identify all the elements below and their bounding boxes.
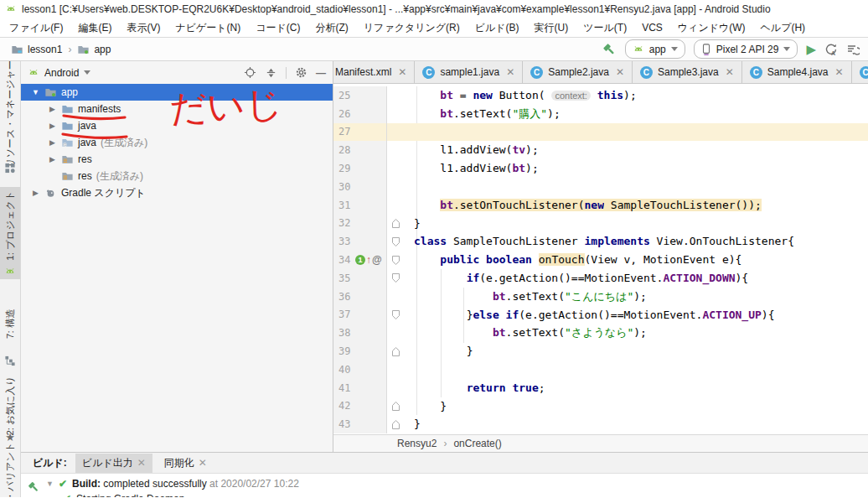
build-tool-window: ビルド: ビルド出力✕同期化✕ ▼ ✔ Build: completed suc… [21, 452, 868, 497]
code-text: l1.addView(tv); [405, 141, 539, 159]
code-text: } [405, 215, 421, 233]
close-icon[interactable]: ✕ [506, 66, 514, 78]
menu-item-11[interactable]: ウィンドウ(W) [670, 19, 753, 37]
tree-expand-arrow[interactable]: ▶ [31, 189, 40, 197]
rerun-build-hammer-button[interactable] [27, 477, 40, 497]
fold-marker-icon[interactable] [392, 256, 400, 265]
chevron-down-icon[interactable] [84, 70, 90, 75]
editor-tab-sample1-java[interactable]: Csample1.java✕ [415, 61, 523, 83]
tree-item-java-generated[interactable]: ▶java (生成済み) [21, 134, 333, 151]
settings-gear-button[interactable] [295, 66, 307, 79]
editor-tab-manifest-xml[interactable]: Manifest.xml✕ [333, 61, 415, 83]
menu-item-9[interactable]: ツール(T) [576, 19, 634, 37]
tree-expand-arrow[interactable]: ▶ [48, 105, 57, 113]
tree-expand-arrow[interactable]: ▶ [48, 122, 57, 130]
project-view-mode[interactable]: Android [44, 67, 79, 79]
code-text: } [405, 342, 473, 361]
device-dropdown[interactable]: Pixel 2 API 29 [694, 39, 798, 59]
menu-item-5[interactable]: 分析(Z) [307, 19, 355, 37]
editor-breadcrumbs: Rensyu2›onCreate() [333, 434, 868, 452]
overrides-arrow-icon[interactable]: ↑ [366, 254, 371, 266]
code-text: if(e.getAction()==MotionEvent.ACTION_DOW… [405, 269, 748, 288]
menu-item-7[interactable]: ビルド(B) [468, 19, 527, 37]
code-line-26: 26 bt.setText("購入"); [333, 105, 868, 123]
menu-item-3[interactable]: ナビゲート(N) [168, 19, 248, 37]
tree-item-app[interactable]: ▼app [21, 84, 333, 101]
editor-breadcrumb-1[interactable]: onCreate() [453, 438, 501, 449]
line-number: 38 [333, 327, 355, 339]
close-icon[interactable]: ✕ [726, 66, 734, 78]
tree-item-label: Gradle スクリプト [61, 186, 146, 200]
apply-code-changes-button[interactable] [846, 43, 860, 56]
class-icon: C [860, 66, 868, 79]
tree-expand-arrow[interactable]: ▼ [31, 88, 40, 96]
editor-tab-sample4-java[interactable]: CSample4.java✕ [742, 61, 852, 83]
tree-item-gradle-scripts[interactable]: ▶Gradle スクリプト [21, 184, 333, 201]
hide-panel-button[interactable]: — [316, 67, 326, 79]
run-config-dropdown[interactable]: app [625, 39, 685, 59]
tool-window-tab-project[interactable]: 1: プロジェクト [0, 187, 20, 279]
nav-breadcrumb-lesson1[interactable]: lesson1 [8, 43, 65, 56]
code-line-33: 33class SampleTouchListener implements V… [333, 232, 868, 251]
collapse-all-button[interactable] [265, 66, 277, 79]
build-tab-0[interactable]: ビルド出力✕ [75, 454, 152, 473]
close-icon[interactable]: ✕ [616, 66, 624, 78]
tree-expand-arrow[interactable]: ▶ [48, 138, 57, 147]
tool-window-tab-resource-manager[interactable]: リソース・マネージャー [0, 68, 20, 175]
menu-item-6[interactable]: リファクタリング(R) [356, 19, 468, 37]
tree-item-manifests[interactable]: ▶manifests [21, 101, 333, 117]
menu-item-4[interactable]: コード(C) [248, 19, 307, 37]
tool-window-tab-favorites[interactable]: 2: お気に入り★ [0, 381, 20, 445]
fold-marker-icon[interactable] [392, 219, 400, 228]
code-text: bt = new Button( context: this); [405, 86, 637, 106]
close-icon[interactable]: ✕ [398, 66, 406, 78]
annotation-at-icon[interactable]: @ [372, 254, 382, 266]
locate-icon [244, 66, 256, 79]
menu-item-12[interactable]: ヘルプ(H) [753, 19, 814, 37]
fold-marker-icon[interactable] [392, 273, 400, 283]
code-text: bt.setText("こんにちは"); [405, 288, 647, 306]
tree-item-res[interactable]: ▶res [21, 151, 333, 168]
class-icon: C [640, 66, 653, 79]
code-editor[interactable]: 25 bt = new Button( context: this);26 bt… [333, 84, 868, 434]
menu-item-0[interactable]: ファイル(F) [2, 19, 70, 37]
tree-expand-arrow[interactable]: ▶ [48, 155, 57, 163]
fold-marker-icon[interactable] [392, 347, 400, 356]
tree-item-java[interactable]: ▶java [21, 117, 333, 134]
editor-tab-sample2-java[interactable]: CSample2.java✕ [523, 61, 633, 83]
bookmark-1-icon[interactable]: 1 [355, 255, 365, 265]
editor-tab-sample5-j[interactable]: CSample5.j✕ [852, 61, 868, 83]
editor-tab-label: Sample2.java [548, 66, 609, 78]
close-icon[interactable]: ✕ [834, 66, 843, 78]
editor-tab-sample3-java[interactable]: CSample3.java✕ [633, 61, 742, 83]
fold-marker-icon[interactable] [392, 402, 400, 411]
tree-item-label: manifests [78, 103, 121, 115]
fold-marker-icon[interactable] [392, 237, 400, 246]
expand-arrow-icon[interactable]: ▼ [46, 480, 54, 488]
fold-marker-icon[interactable] [392, 420, 400, 429]
menu-item-8[interactable]: 実行(U) [527, 19, 576, 37]
resource-manager-icon [5, 163, 16, 174]
tree-item-suffix: (生成済み) [101, 136, 147, 150]
apply-changes-button[interactable]: A [824, 43, 838, 56]
tool-window-tab-structure[interactable]: 7: 構造 [0, 294, 20, 368]
build-tab-1[interactable]: 同期化✕ [158, 454, 214, 473]
menu-item-1[interactable]: 編集(E) [70, 19, 119, 37]
menu-item-2[interactable]: 表示(V) [119, 19, 168, 37]
line-number: 39 [333, 345, 355, 357]
nav-breadcrumb-app[interactable]: app [75, 43, 113, 56]
tree-item-res-generated[interactable]: res (生成済み) [21, 168, 333, 184]
run-button[interactable]: ▶ [806, 42, 816, 57]
fold-marker-icon[interactable] [392, 310, 400, 319]
tree-item-label: res [78, 153, 92, 165]
build-hammer-button[interactable] [602, 42, 617, 57]
hammer-icon [27, 480, 40, 494]
build-tab-label: ビルド出力 [82, 456, 133, 470]
tool-window-tab-build-variants[interactable]: ビルド・バリアント [0, 452, 20, 497]
menu-item-10[interactable]: VCS [634, 20, 670, 35]
close-icon[interactable]: ✕ [137, 457, 146, 469]
close-icon[interactable]: ✕ [199, 457, 207, 469]
editor-breadcrumb-0[interactable]: Rensyu2 [397, 438, 437, 449]
tool-window-tab-label: 1: プロジェクト [4, 190, 17, 260]
locate-file-button[interactable] [244, 66, 256, 79]
